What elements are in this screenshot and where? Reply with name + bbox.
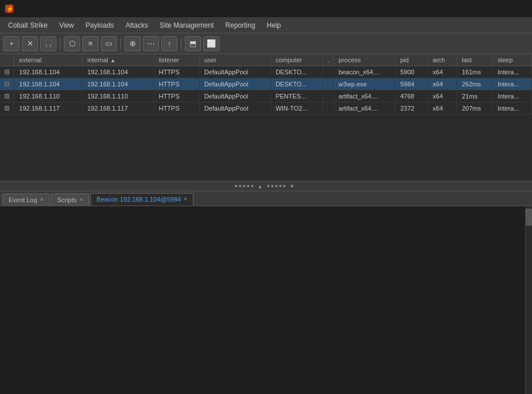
cell-pid: 2372	[396, 103, 428, 115]
menu-item-payloads[interactable]: Payloads	[80, 19, 120, 32]
cell-computer: DESKTO...	[271, 78, 322, 90]
divider-dot	[247, 185, 249, 187]
cell-computer: DESKTO...	[271, 66, 322, 78]
tab-label: Event Log	[9, 196, 37, 203]
row-indicator-cell	[0, 66, 14, 78]
toolbar-btn-screenshot[interactable]: ⬜	[203, 36, 219, 51]
menu-item-site-management[interactable]: Site Management	[154, 19, 219, 32]
col-header-dot[interactable]: .	[322, 54, 333, 66]
cell-arch: x64	[428, 103, 457, 115]
cell-external: 192.168.1.117	[14, 103, 82, 115]
divider-dot	[279, 185, 282, 187]
sessions-table: externalinternal▲listenerusercomputer.pr…	[0, 54, 532, 115]
toolbar-separator	[120, 38, 121, 50]
cell-dot	[322, 66, 333, 78]
row-indicator-icon	[5, 82, 9, 86]
menu-item-cobalt-strike[interactable]: Cobalt Strike	[2, 19, 54, 32]
cell-arch: x64	[428, 78, 457, 90]
app-icon: ⚡	[5, 4, 14, 13]
cell-arch: x64	[428, 66, 457, 78]
cell-listener: HTTPS	[154, 103, 199, 115]
cell-sleep: Intera...	[493, 78, 532, 90]
tab-close-button[interactable]: ×	[40, 197, 44, 203]
tab-label: Beacon 192.168.1.104@5984	[97, 196, 181, 203]
row-indicator-cell	[0, 103, 14, 115]
maximize-button[interactable]	[494, 3, 510, 14]
toolbar-btn-list[interactable]: ≡	[82, 36, 98, 51]
cell-last: 161ms	[457, 66, 493, 78]
divider-dot	[243, 185, 245, 187]
col-header-external[interactable]: external	[14, 54, 82, 66]
col-header-last[interactable]: last	[457, 54, 493, 66]
tab-close-button[interactable]: ×	[184, 196, 187, 202]
panel-divider[interactable]: ▲ ▼	[0, 181, 532, 191]
row-indicator-icon	[5, 94, 9, 99]
table-row[interactable]: 192.168.1.110192.168.1.110HTTPSDefaultAp…	[0, 90, 532, 103]
col-header-arch[interactable]: arch	[428, 54, 457, 66]
toolbar-btn-share[interactable]: ⬡	[64, 36, 80, 51]
cell-user: DefaultAppPool	[199, 103, 271, 115]
table-row[interactable]: 192.168.1.104192.168.1.104HTTPSDefaultAp…	[0, 78, 532, 90]
col-header-process[interactable]: process	[334, 54, 396, 66]
cell-last: 21ms	[457, 90, 493, 103]
cell-dot	[322, 103, 333, 115]
cell-user: DefaultAppPool	[199, 90, 271, 103]
menu-item-reporting[interactable]: Reporting	[219, 19, 261, 32]
divider-dot	[275, 185, 278, 187]
menu-item-attacks[interactable]: Attacks	[120, 19, 154, 32]
cell-last: 207ms	[457, 103, 493, 115]
toolbar-btn-connect[interactable]: +	[3, 36, 20, 51]
cell-user: DefaultAppPool	[199, 66, 271, 78]
toolbar-btn-disconnect[interactable]: ✕	[22, 36, 38, 51]
svg-text:⚡: ⚡	[6, 5, 13, 13]
cell-external: 192.168.1.110	[14, 90, 82, 103]
window-controls	[477, 3, 527, 14]
cell-listener: HTTPS	[154, 78, 199, 90]
tab-close-button[interactable]: ×	[79, 197, 83, 203]
tab-label: Scripts	[57, 196, 77, 203]
table-row[interactable]: 192.168.1.104192.168.1.104HTTPSDefaultAp…	[0, 66, 532, 78]
row-indicator-icon	[5, 70, 9, 74]
col-header-internal[interactable]: internal▲	[82, 54, 154, 66]
col-header-listener[interactable]: listener	[154, 54, 199, 66]
col-header-sleep[interactable]: sleep	[493, 54, 532, 66]
cell-internal: 192.168.1.104	[82, 78, 154, 90]
close-button[interactable]	[511, 3, 527, 14]
cell-sleep: Intera...	[493, 90, 532, 103]
tab-scripts[interactable]: Scripts×	[51, 194, 89, 206]
col-header-pid[interactable]: pid	[396, 54, 428, 66]
bottom-tabs: Event Log×Scripts×Beacon 192.168.1.104@5…	[0, 191, 532, 206]
table-container[interactable]: externalinternal▲listenerusercomputer.pr…	[0, 54, 532, 181]
tab-event-log[interactable]: Event Log×	[2, 194, 50, 206]
cell-external: 192.168.1.104	[14, 66, 82, 78]
toolbar-btn-pivot[interactable]: ⬒	[185, 36, 201, 51]
divider-arrow-up: ▲	[257, 183, 263, 190]
col-header-computer[interactable]: computer	[271, 54, 322, 66]
toolbar-btn-globe[interactable]: ⊕	[124, 36, 140, 51]
toolbar-btn-dots[interactable]: ⋯	[143, 36, 159, 51]
cell-sleep: Intera...	[493, 66, 532, 78]
minimize-button[interactable]	[477, 3, 493, 14]
cell-dot	[322, 78, 333, 90]
scrollbar[interactable]	[525, 206, 532, 394]
menu-item-help[interactable]: Help	[261, 19, 287, 32]
col-header-user[interactable]: user	[199, 54, 271, 66]
cell-process: beacon_x64....	[334, 66, 396, 78]
toolbar-btn-screen[interactable]: ▭	[101, 36, 117, 51]
table-row[interactable]: 192.168.1.117192.168.1.117HTTPSDefaultAp…	[0, 103, 532, 115]
row-indicator-cell	[0, 90, 14, 103]
cell-last: 262ms	[457, 78, 493, 90]
cell-pid: 4768	[396, 90, 428, 103]
toolbar-btn-headphones[interactable]: 🎧	[40, 36, 56, 51]
cell-user: DefaultAppPool	[199, 78, 271, 90]
cell-internal: 192.168.1.110	[82, 90, 154, 103]
cell-internal: 192.168.1.117	[82, 103, 154, 115]
menu-item-view[interactable]: View	[54, 19, 80, 32]
col-header-indicator[interactable]	[0, 54, 14, 66]
tab-beacon[interactable]: Beacon 192.168.1.104@5984×	[90, 193, 193, 206]
toolbar-btn-upload[interactable]: ↑	[161, 36, 177, 51]
scroll-thumb[interactable]	[526, 209, 532, 226]
bottom-content	[0, 206, 532, 394]
cell-process: w3wp.exe	[334, 78, 396, 90]
divider-dot	[267, 185, 269, 187]
